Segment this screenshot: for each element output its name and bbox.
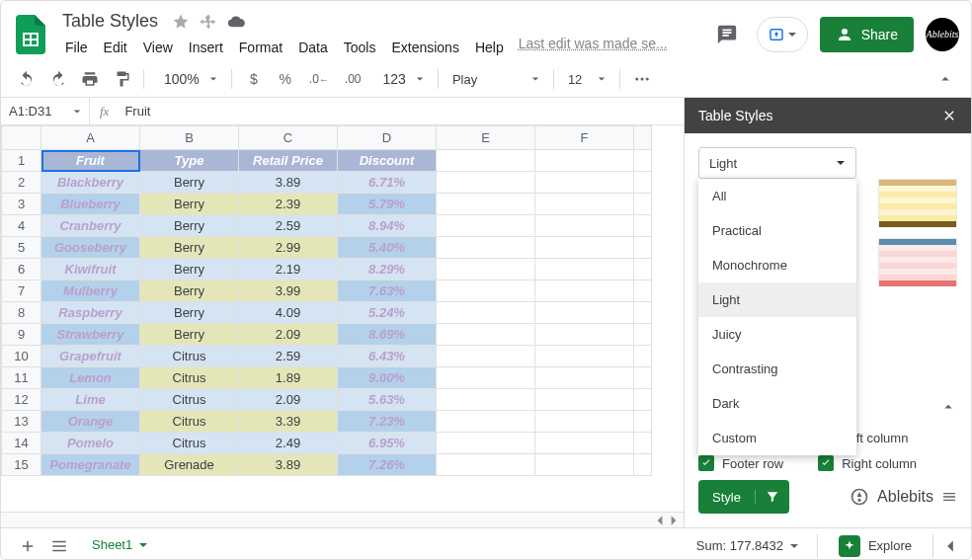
cell[interactable]: Citrus — [140, 367, 239, 389]
formula-bar[interactable]: Fruit — [119, 104, 156, 119]
menu-extensions[interactable]: Extensions — [384, 36, 465, 59]
cell[interactable]: Berry — [140, 302, 239, 324]
cell[interactable]: 7.26% — [338, 454, 437, 476]
cell[interactable]: Strawberry — [41, 324, 140, 346]
cell[interactable]: Berry — [140, 172, 239, 194]
comments-icon[interactable] — [709, 17, 745, 52]
cell[interactable]: 8.69% — [338, 324, 437, 346]
percent-icon[interactable]: % — [272, 65, 299, 93]
col-header[interactable]: B — [140, 126, 239, 150]
cell[interactable]: 3.39 — [239, 411, 338, 433]
dropdown-item-juicy[interactable]: Juicy — [698, 317, 856, 352]
menu-icon[interactable] — [941, 489, 957, 505]
dropdown-item-dark[interactable]: Dark — [698, 386, 856, 421]
name-box[interactable]: A1:D31 — [1, 98, 90, 124]
currency-icon[interactable]: $ — [240, 65, 268, 93]
cell[interactable]: 7.23% — [338, 411, 437, 433]
cell[interactable]: Type — [140, 150, 239, 172]
col-header[interactable]: F — [535, 126, 634, 150]
cell[interactable]: 2.59 — [239, 346, 338, 367]
col-header[interactable]: A — [41, 126, 140, 150]
style-button[interactable]: Style — [698, 480, 789, 514]
cell[interactable]: Berry — [140, 280, 239, 302]
row-header[interactable]: 10 — [2, 346, 41, 367]
dropdown-item-practical[interactable]: Practical — [698, 213, 856, 248]
cell[interactable]: 5.40% — [338, 237, 437, 259]
increase-decimal-icon[interactable]: .00 — [339, 65, 367, 93]
scroll-right-icon[interactable] — [668, 515, 680, 526]
format-dropdown[interactable]: 123 — [371, 65, 430, 93]
check-right-column[interactable]: Right column — [818, 455, 917, 471]
check-footer-row[interactable]: Footer row — [698, 455, 788, 471]
cell[interactable]: 3.89 — [239, 172, 338, 194]
filter-icon[interactable] — [755, 490, 789, 504]
account-avatar[interactable]: Ablebits — [926, 18, 959, 51]
menu-tools[interactable]: Tools — [337, 36, 383, 59]
col-header[interactable]: D — [338, 126, 437, 150]
star-icon[interactable] — [172, 13, 190, 31]
redo-icon[interactable] — [44, 65, 72, 93]
cell[interactable]: 3.89 — [239, 454, 338, 476]
more-icon[interactable] — [628, 65, 656, 93]
row-header[interactable]: 6 — [2, 259, 41, 280]
menu-help[interactable]: Help — [468, 36, 511, 59]
cell[interactable]: 2.09 — [239, 324, 338, 346]
cell[interactable]: Berry — [140, 237, 239, 259]
cell[interactable]: 5.63% — [338, 389, 437, 411]
row-header[interactable]: 4 — [2, 215, 41, 237]
cell[interactable]: Mulberry — [41, 280, 140, 302]
dropdown-item-contrasting[interactable]: Contrasting — [698, 352, 856, 386]
cell[interactable]: Discount — [338, 150, 437, 172]
cloud-icon[interactable] — [227, 13, 245, 31]
row-header[interactable]: 5 — [2, 237, 41, 259]
menu-file[interactable]: File — [58, 36, 95, 59]
cell[interactable]: Cranberry — [41, 215, 140, 237]
cell[interactable]: Citrus — [140, 389, 239, 411]
present-button[interactable] — [757, 17, 808, 52]
row-header[interactable]: 2 — [2, 172, 41, 194]
cell[interactable]: Berry — [140, 259, 239, 280]
cell[interactable]: 8.94% — [338, 215, 437, 237]
font-dropdown[interactable]: Play — [446, 65, 545, 93]
cell[interactable]: Fruit — [41, 150, 140, 172]
dropdown-item-all[interactable]: All — [698, 179, 856, 213]
menu-data[interactable]: Data — [291, 36, 335, 59]
paint-format-icon[interactable] — [108, 65, 135, 93]
cell[interactable]: Berry — [140, 324, 239, 346]
row-header[interactable]: 9 — [2, 324, 41, 346]
menu-format[interactable]: Format — [232, 36, 289, 59]
cell[interactable]: 4.09 — [239, 302, 338, 324]
cell[interactable]: 7.63% — [338, 280, 437, 302]
row-header[interactable]: 15 — [2, 454, 41, 476]
row-header[interactable]: 1 — [2, 150, 41, 172]
cell[interactable]: Blueberry — [41, 194, 140, 215]
cell[interactable]: 2.39 — [239, 194, 338, 215]
cell[interactable]: 6.71% — [338, 172, 437, 194]
sum-dropdown[interactable]: Sum: 177.8432 — [688, 534, 807, 557]
menu-insert[interactable]: Insert — [182, 36, 230, 59]
last-edit-link[interactable]: Last edit was made se... — [519, 36, 668, 59]
scroll-left-icon[interactable] — [654, 515, 666, 526]
explore-button[interactable]: Explore — [828, 530, 923, 561]
close-icon[interactable] — [941, 108, 957, 123]
cell[interactable]: Gooseberry — [41, 237, 140, 259]
undo-icon[interactable] — [13, 65, 40, 93]
row-header[interactable]: 3 — [2, 194, 41, 215]
cell[interactable]: Grapefruit — [41, 346, 140, 367]
zoom-dropdown[interactable]: 100% — [152, 65, 223, 93]
row-header[interactable]: 11 — [2, 367, 41, 389]
cell[interactable]: Berry — [140, 215, 239, 237]
cell[interactable]: 2.59 — [239, 215, 338, 237]
cell[interactable]: 5.79% — [338, 194, 437, 215]
col-header[interactable]: C — [239, 126, 338, 150]
cell[interactable]: 5.24% — [338, 302, 437, 324]
all-sheets-icon[interactable] — [50, 537, 68, 555]
style-category-dropdown[interactable]: Light — [698, 147, 856, 179]
style-preview-1[interactable] — [878, 179, 957, 226]
cell[interactable]: Retail Price — [239, 150, 338, 172]
cell[interactable]: 6.95% — [338, 433, 437, 454]
cell[interactable]: 3.99 — [239, 280, 338, 302]
doc-title[interactable]: Table Styles — [58, 9, 162, 34]
cell[interactable]: Citrus — [140, 433, 239, 454]
sheet-tab[interactable]: Sheet1 — [82, 531, 158, 560]
